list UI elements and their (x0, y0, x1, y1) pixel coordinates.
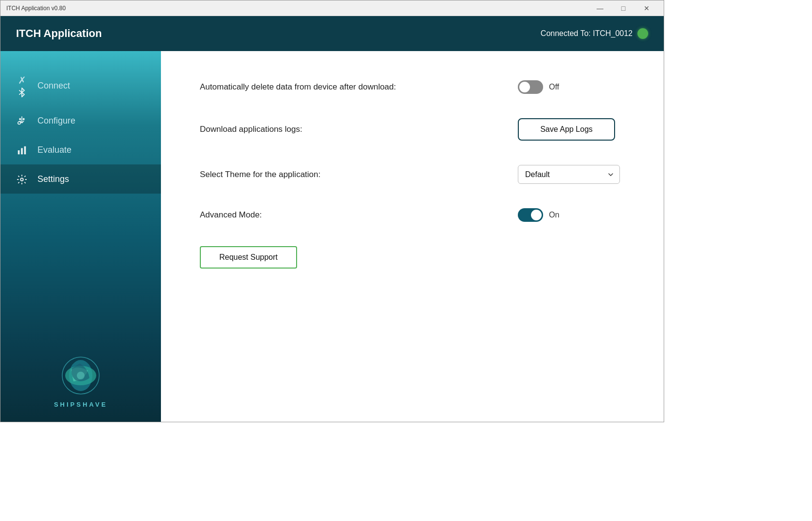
header-title: ITCH Application (16, 27, 102, 40)
advanced-mode-control: On (518, 208, 625, 222)
auto-delete-state: Off (549, 83, 559, 91)
theme-control: Default Dark Light (518, 165, 625, 184)
evaluate-label: Evaluate (37, 145, 71, 155)
shipshave-logo-graphic (61, 356, 100, 395)
svg-rect-0 (18, 150, 20, 154)
advanced-mode-state: On (549, 211, 559, 219)
header-connection: Connected To: ITCH_0012 (541, 28, 648, 39)
maximize-button[interactable]: □ (612, 0, 635, 16)
advanced-mode-label: Advanced Mode: (200, 210, 262, 220)
close-button[interactable]: ✕ (635, 0, 658, 16)
gear-icon (15, 173, 29, 185)
auto-delete-label: Automatically delete data from device af… (200, 82, 396, 92)
auto-delete-row: Automatically delete data from device af… (200, 80, 625, 94)
titlebar: ITCH Application v0.80 — □ ✕ (0, 0, 664, 16)
bluetooth-icon: ✗ (15, 74, 29, 98)
svg-rect-2 (24, 146, 26, 155)
settings-label: Settings (37, 174, 69, 184)
titlebar-controls: — □ ✕ (589, 0, 658, 16)
save-app-logs-button[interactable]: Save App Logs (518, 118, 615, 141)
sidebar-logo: SHIPSHAVE (0, 341, 161, 422)
sidebar: ✗ Connect Configure (0, 51, 161, 422)
connection-status-dot (637, 28, 648, 39)
request-support-button[interactable]: Request Support (200, 246, 297, 269)
sidebar-item-evaluate[interactable]: Evaluate (0, 135, 161, 164)
configure-label: Configure (37, 116, 75, 126)
header: ITCH Application Connected To: ITCH_0012 (0, 16, 664, 51)
settings-content: Automatically delete data from device af… (161, 51, 664, 422)
main-area: ✗ Connect Configure (0, 51, 664, 422)
auto-delete-control: Off (518, 80, 625, 94)
chart-icon (15, 144, 29, 156)
connect-label: Connect (37, 81, 70, 91)
connection-label: Connected To: ITCH_0012 (541, 29, 633, 38)
sidebar-item-configure[interactable]: Configure (0, 107, 161, 136)
app: ITCH Application Connected To: ITCH_0012… (0, 16, 664, 422)
titlebar-title: ITCH Application v0.80 (6, 5, 66, 12)
logo-text: SHIPSHAVE (54, 401, 107, 408)
svg-rect-1 (21, 148, 23, 155)
minimize-button[interactable]: — (589, 0, 611, 16)
svg-point-7 (77, 372, 85, 379)
sidebar-item-connect[interactable]: ✗ Connect (0, 66, 161, 107)
theme-select[interactable]: Default Dark Light (518, 165, 620, 184)
theme-row: Select Theme for the application: Defaul… (200, 165, 625, 184)
download-logs-control: Save App Logs (518, 118, 625, 141)
svg-point-3 (20, 178, 23, 181)
sidebar-nav: ✗ Connect Configure (0, 51, 161, 341)
auto-delete-toggle[interactable] (518, 80, 543, 94)
download-logs-label: Download applications logs: (200, 125, 302, 134)
sidebar-item-settings[interactable]: Settings (0, 164, 161, 194)
advanced-mode-toggle[interactable] (518, 208, 543, 222)
download-logs-row: Download applications logs: Save App Log… (200, 118, 625, 141)
theme-label: Select Theme for the application: (200, 170, 320, 180)
support-row: Request Support (200, 246, 625, 269)
advanced-mode-row: Advanced Mode: On (200, 208, 625, 222)
usb-icon (15, 115, 29, 127)
